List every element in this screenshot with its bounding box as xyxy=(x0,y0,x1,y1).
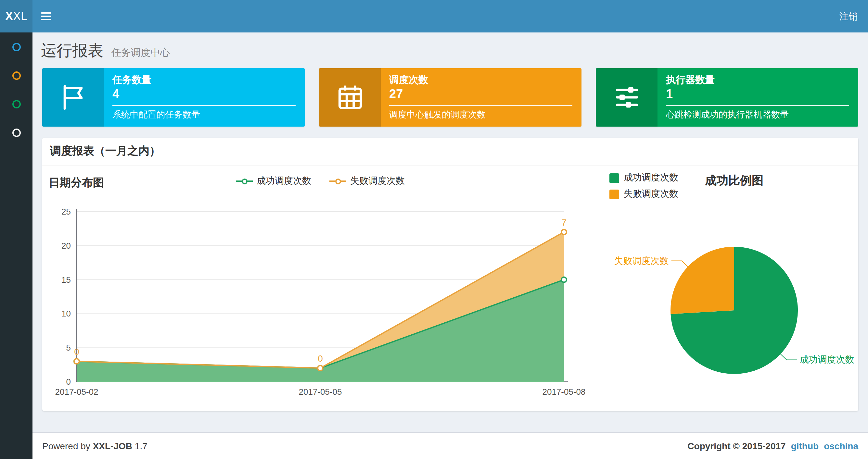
legend-label: 失败调度次数 xyxy=(350,175,405,187)
legend-item[interactable]: 成功调度次数 xyxy=(236,175,311,187)
circle-icon xyxy=(12,100,21,108)
info-box-task-count: 任务数量 4 系统中配置的任务数量 xyxy=(42,68,305,127)
pie-legend-item[interactable]: 成功调度次数 xyxy=(610,172,678,184)
info-box-desc: 系统中配置的任务数量 xyxy=(113,109,296,120)
pie-chart-legend: 成功调度次数失败调度次数 xyxy=(610,172,678,204)
pie-legend-item[interactable]: 失败调度次数 xyxy=(610,188,678,200)
divider xyxy=(113,105,296,106)
x-tick-label: 2017-05-08 xyxy=(542,387,585,397)
info-box-trigger-count: 调度次数 27 调度中心触发的调度次数 xyxy=(319,68,582,127)
sidebar-item-1[interactable] xyxy=(0,32,32,61)
legend-swatch-icon xyxy=(610,173,619,183)
legend-line-marker xyxy=(236,181,253,182)
info-box-value: 1 xyxy=(666,86,849,101)
info-box-title: 执行器数量 xyxy=(666,73,849,86)
version: 1.7 xyxy=(135,441,148,451)
success-ratio-pie-chart: 成功调度次数失败调度次数 xyxy=(604,240,864,390)
sidebar-item-2[interactable] xyxy=(0,61,32,90)
pie-slice xyxy=(671,247,734,314)
divider xyxy=(389,105,572,106)
legend-label: 成功调度次数 xyxy=(624,172,678,184)
line-chart-legend: 成功调度次数失败调度次数 xyxy=(77,175,564,188)
legend-label: 失败调度次数 xyxy=(624,188,678,200)
info-box-desc: 调度中心触发的调度次数 xyxy=(389,109,572,120)
hamburger-icon xyxy=(41,12,51,13)
info-box-value: 4 xyxy=(113,86,296,101)
fail-point-label: 7 xyxy=(561,218,566,228)
info-box-body: 执行器数量 1 心跳检测成功的执行器机器数量 xyxy=(657,68,858,127)
circle-icon xyxy=(12,71,21,79)
info-box-executor-count: 执行器数量 1 心跳检测成功的执行器机器数量 xyxy=(596,68,858,127)
info-box-body: 调度次数 27 调度中心触发的调度次数 xyxy=(381,68,582,127)
x-tick-label: 2017-05-05 xyxy=(299,387,342,397)
sidebar-item-3[interactable] xyxy=(0,90,32,118)
pie-label-line xyxy=(672,261,688,267)
app-logo[interactable]: XXL xyxy=(0,0,32,32)
y-tick-label: 15 xyxy=(61,275,71,285)
hamburger-icon xyxy=(41,15,51,17)
legend-item[interactable]: 失败调度次数 xyxy=(330,175,405,187)
date-distribution-chart: 05101520252017-05-022017-05-052017-05-08… xyxy=(45,204,585,397)
brand-name: XXL-JOB xyxy=(93,441,132,451)
report-panel: 调度报表（一月之内） 日期分布图 成功调度次数失败调度次数 0510152025… xyxy=(42,138,858,411)
calendar-icon xyxy=(319,68,381,127)
github-link[interactable]: github xyxy=(791,441,819,451)
legend-line-marker xyxy=(330,181,346,182)
info-box-body: 任务数量 4 系统中配置的任务数量 xyxy=(104,68,305,127)
x-tick-label: 2017-05-02 xyxy=(55,387,98,397)
legend-dot-icon xyxy=(335,178,341,185)
hamburger-icon xyxy=(41,19,51,20)
legend-swatch-icon xyxy=(610,189,619,199)
copyright: Copyright © 2015-2017 xyxy=(687,441,785,451)
page-subtitle: 任务调度中心 xyxy=(112,47,170,58)
powered-prefix: Powered by xyxy=(42,441,90,451)
fail-point xyxy=(74,359,79,364)
page-header: 运行报表 任务调度中心 xyxy=(41,40,170,61)
y-tick-label: 25 xyxy=(61,207,71,217)
logo-bold-text: X xyxy=(5,9,13,23)
y-tick-label: 5 xyxy=(66,343,71,353)
page-title: 运行报表 xyxy=(41,41,103,59)
y-tick-label: 20 xyxy=(61,241,71,251)
footer: Powered by XXL-JOB 1.7 Copyright © 2015-… xyxy=(32,432,868,459)
info-box-value: 27 xyxy=(389,86,572,101)
pie-chart-title: 成功比例图 xyxy=(705,173,764,188)
footer-right: Copyright © 2015-2017 github oschina xyxy=(687,441,858,451)
panel-title: 调度报表（一月之内） xyxy=(42,138,858,166)
pie-label-line xyxy=(781,354,797,360)
legend-label: 成功调度次数 xyxy=(257,175,311,187)
legend-dot-icon xyxy=(242,178,248,185)
y-tick-label: 10 xyxy=(61,309,71,319)
logout-link[interactable]: 注销 xyxy=(829,0,868,32)
info-box-title: 调度次数 xyxy=(389,73,572,86)
fail-point xyxy=(561,230,566,235)
fail-point-label: 0 xyxy=(318,354,323,364)
sidebar xyxy=(0,32,32,459)
flag-icon xyxy=(42,68,104,127)
oschina-link[interactable]: oschina xyxy=(824,441,858,451)
logo-text: XL xyxy=(13,9,27,23)
pie-slice-label: 成功调度次数 xyxy=(800,355,854,364)
info-box-desc: 心跳检测成功的执行器机器数量 xyxy=(666,109,849,120)
pie-slice-label: 失败调度次数 xyxy=(614,256,669,266)
navbar: XXL 注销 xyxy=(0,0,868,32)
circle-icon xyxy=(12,128,21,137)
success-point xyxy=(561,277,566,283)
sidebar-toggle-button[interactable] xyxy=(32,0,60,32)
circle-icon xyxy=(12,42,21,51)
divider xyxy=(666,105,849,106)
powered-by: Powered by XXL-JOB 1.7 xyxy=(42,441,148,451)
sidebar-item-4[interactable] xyxy=(0,118,32,147)
fail-point xyxy=(318,365,323,371)
info-box-title: 任务数量 xyxy=(113,73,296,86)
y-tick-label: 0 xyxy=(66,377,71,387)
sliders-icon xyxy=(596,68,657,127)
fail-point-label: 0 xyxy=(74,347,79,357)
app-root: XXL 注销 运行报表 任务调度中心 任务数量 4 系统中配置的任务数量 xyxy=(0,0,868,459)
